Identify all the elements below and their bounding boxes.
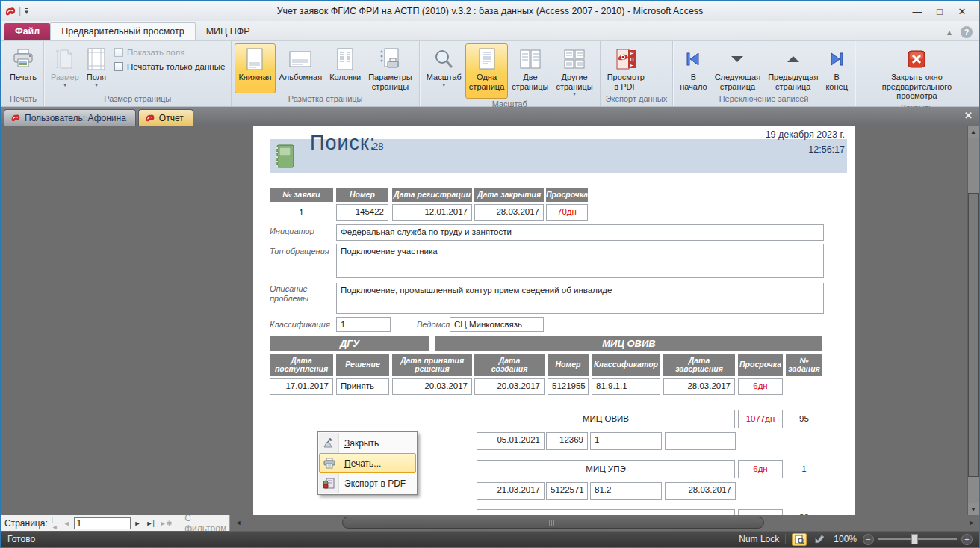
prev-page-icon[interactable]: ◄ [62,520,72,527]
first-record-button[interactable]: В начало [676,43,710,93]
checkbox-icon [114,48,123,57]
more-pages-icon [563,46,586,73]
zoom-handle[interactable] [911,534,918,544]
dropdown-arrow-icon: ▾ [95,82,98,88]
scroll-up-icon[interactable]: ▲ [968,126,979,138]
tab-print-preview[interactable]: Предварительный просмотр [50,22,195,40]
tab-file[interactable]: Файл [4,23,50,40]
one-page-icon [477,46,497,73]
horizontal-scrollbar[interactable]: ◄ ► [230,515,979,531]
menu-item-print[interactable]: Печать... [319,453,416,473]
pdf-preview-button[interactable]: PDF Просмотр в PDF [604,43,648,93]
horizontal-scroll-thumb[interactable] [342,517,764,529]
one-page-button[interactable]: Одна страница [465,43,508,99]
subtask-overdue: 6дн [738,460,783,478]
group-label-export: Экспорт данных [603,93,670,106]
scroll-right-icon[interactable]: ► [967,517,977,529]
new-record-icon[interactable]: ►✱ [158,520,173,527]
ribbon-tab-bar: Файл Предварительный просмотр МИЦ ПФР ▲ … [1,21,979,41]
design-view-button[interactable] [813,533,828,546]
last-record-icon [828,46,846,73]
print-data-only-checkbox[interactable]: Печатать только данные [114,62,225,71]
print-preview-view-button[interactable] [792,533,807,546]
close-preview-button[interactable]: Закрыть окно предварительного просмотра [858,43,976,102]
page-number-input[interactable] [74,517,131,529]
zoom-button[interactable]: Масштаб ▾ [423,43,465,99]
show-margins-checkbox[interactable]: Показать поля [114,48,225,57]
last-page-icon[interactable]: ►| [144,520,155,527]
pfr-icon [10,113,21,123]
column-header: Номер [548,354,589,376]
size-button[interactable]: Размер ▾ [47,43,83,93]
columns-button[interactable]: Колонки [326,43,365,93]
landscape-button[interactable]: Альбомная [276,43,326,93]
subtask-number: 1 [786,464,822,473]
dgu-decision: Принять [336,378,389,395]
preview-view-icon [795,535,804,544]
zoom-out-icon[interactable]: − [863,534,874,545]
portrait-page-icon [246,46,264,73]
scroll-left-icon[interactable]: ◄ [233,517,244,529]
collapse-ribbon-icon[interactable]: ▲ [946,28,953,37]
group-page-layout: Книжная Альбомная Колонки [232,41,419,106]
design-view-icon [815,535,825,544]
divider [785,534,786,544]
page-setup-button[interactable]: Параметры страницы [365,43,416,93]
group-record-nav: В начало Следующая страница Предыдущая с… [673,41,855,106]
landscape-page-icon [289,46,311,73]
zoom-in-icon[interactable]: + [961,534,973,545]
classification-value: 1 [336,317,391,332]
subtask-cell: 1 [590,432,662,450]
up-triangle-icon [784,46,802,73]
page-navigation: Страница: |◄ ◄ ► ►| ►✱ С фильтром [1,515,230,531]
vertical-scrollbar[interactable]: ▲ ▼ [967,126,979,515]
group-label-print: Печать [5,93,41,106]
vertical-scroll-thumb[interactable] [968,193,979,477]
previous-page-button[interactable]: Предыдущая страница [764,43,822,93]
menu-item-export-pdf[interactable]: Экспорт в PDF [319,473,416,493]
close-document-icon[interactable]: ✕ [964,110,973,121]
columns-icon [336,46,354,73]
svg-text:P: P [630,51,633,56]
page-label: Страница: [4,518,48,529]
subtask-cell: 81.2 [590,482,662,500]
next-page-icon[interactable]: ► [133,520,143,527]
subtask-cell: 21.03.2017 [477,482,545,500]
tab-report[interactable]: Отчет [138,109,193,126]
column-header: Дата принятия решения [392,354,472,376]
dropdown-arrow-icon: ▾ [63,82,66,88]
tab-mits-pfr[interactable]: МИЦ ПФР [196,23,261,40]
tab-user-afonina[interactable]: Пользователь: Афонина [4,109,136,126]
maximize-button[interactable]: □ [934,6,946,17]
mits-overdue: 6дн [738,378,783,395]
initiator-value: Федеральная служба по труду и занятости [336,224,824,241]
printer-icon [12,46,34,73]
next-page-button[interactable]: Следующая страница [711,43,765,93]
last-record-button[interactable]: В конец [822,43,852,93]
grip-icon [549,520,558,526]
help-icon[interactable]: ? [961,26,973,38]
subtask-name: МИЦ ОВИВ [477,410,735,428]
minimize-button[interactable]: — [911,6,923,17]
print-button[interactable]: Печать [6,43,40,93]
group-zoom: Масштаб ▾ Одна страница Две страницы [420,41,601,106]
field-label: Тип обращения [270,247,329,256]
more-pages-button[interactable]: Другие страницы ▾ [552,43,596,99]
menu-item-close[interactable]: Закрыть [319,433,416,453]
mits-create-date: 20.03.2017 [474,378,545,395]
scroll-down-icon[interactable]: ▼ [968,503,979,515]
close-button[interactable]: ✕ [956,6,968,17]
group-export: PDF Просмотр в PDF Экспорт данных [601,41,673,106]
context-menu: Закрыть Печать... Экспорт в PDF [317,431,418,495]
field-label: Описание проблемы [270,284,308,304]
zoom-track[interactable] [878,538,957,540]
access-window: | ▾ Учет заявок ФГИС ФРИ на АСТП (2010) … [0,0,980,548]
two-pages-button[interactable]: Две страницы [508,43,552,99]
margins-button[interactable]: Поля ▾ [83,43,110,93]
report-date: 19 декабря 2023 г. [766,129,845,140]
first-page-icon[interactable]: |◄ [50,516,60,531]
subtask-cell: 12369 [546,432,588,450]
reg-date: 12.01.2017 [392,204,472,221]
report-title-value: 28 [373,141,383,152]
portrait-button[interactable]: Книжная [235,43,275,93]
